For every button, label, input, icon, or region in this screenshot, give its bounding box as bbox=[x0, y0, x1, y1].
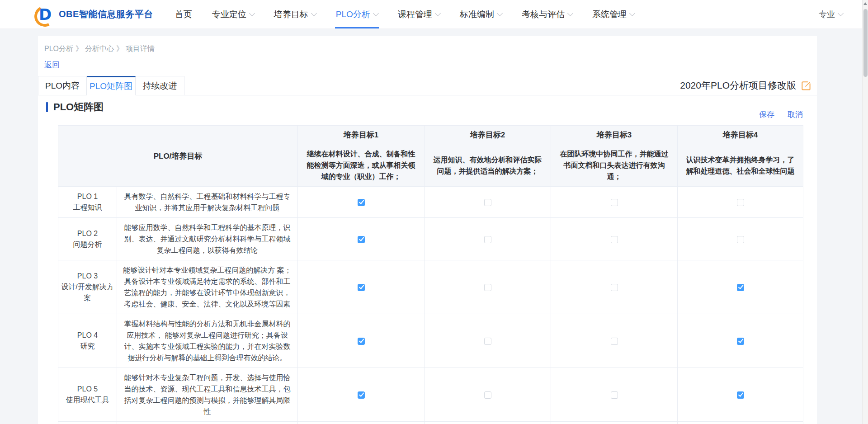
nav-item-home[interactable]: 首页 bbox=[165, 0, 202, 28]
nav-item-plo-analysis[interactable]: PLO分析 bbox=[326, 0, 388, 28]
matrix-cell bbox=[551, 422, 678, 424]
nav-item-training-goals[interactable]: 培养目标 bbox=[264, 0, 326, 28]
navbar: D OBE智能信息服务平台 首页专业定位培养目标PLO分析课程管理标准编制考核与… bbox=[0, 0, 868, 29]
matrix-checkbox[interactable] bbox=[737, 338, 744, 345]
nav-item-label: 首页 bbox=[175, 9, 192, 20]
matrix-checkbox[interactable] bbox=[484, 391, 491, 399]
matrix-checkbox[interactable] bbox=[611, 338, 618, 345]
matrix-cell bbox=[551, 260, 678, 314]
matrix-cell bbox=[298, 314, 425, 368]
matrix-checkbox[interactable] bbox=[611, 236, 618, 243]
chevron-down-icon bbox=[567, 10, 573, 16]
chevron-down-icon bbox=[435, 10, 441, 16]
plo-label: PLO 2问题分析 bbox=[58, 218, 117, 260]
matrix-cell bbox=[425, 314, 551, 368]
profile-menu[interactable]: 专业 bbox=[819, 9, 868, 20]
matrix-cell bbox=[551, 368, 678, 422]
matrix-actions: 保存 取消 bbox=[759, 109, 803, 120]
matrix-checkbox[interactable] bbox=[611, 199, 618, 206]
divider bbox=[781, 111, 781, 118]
edit-icon[interactable] bbox=[801, 80, 811, 91]
matrix-checkbox[interactable] bbox=[484, 199, 491, 206]
matrix-cell bbox=[298, 218, 425, 260]
plo-name: 工程知识 bbox=[60, 202, 115, 213]
tab-bar: PLO内容PLO矩阵图持续改进 2020年PLO分析项目修改版 bbox=[38, 76, 817, 95]
goal-description-2: 运用知识、有效地分析和评估实际问题，并提供适当的解决方案； bbox=[425, 144, 551, 187]
nav-menu: 首页专业定位培养目标PLO分析课程管理标准编制考核与评估系统管理 bbox=[165, 0, 644, 28]
project-title-area: 2020年PLO分析项目修改版 bbox=[680, 76, 817, 95]
chevron-down-icon bbox=[249, 10, 255, 16]
matrix-cell bbox=[678, 260, 803, 314]
nav-item-course-management[interactable]: 课程管理 bbox=[388, 0, 450, 28]
section-title: PLO矩阵图 bbox=[53, 100, 104, 114]
matrix-cell bbox=[551, 314, 678, 368]
matrix-checkbox[interactable] bbox=[484, 236, 491, 243]
tabs: PLO内容PLO矩阵图持续改进 bbox=[38, 76, 184, 95]
matrix-checkbox[interactable] bbox=[358, 284, 365, 291]
matrix-checkbox[interactable] bbox=[737, 284, 744, 291]
breadcrumb-item[interactable]: 分析中心 bbox=[85, 45, 114, 52]
save-button[interactable]: 保存 bbox=[759, 109, 774, 120]
project-title: 2020年PLO分析项目修改版 bbox=[680, 79, 796, 92]
nav-item-label: 考核与评估 bbox=[522, 9, 565, 20]
matrix-checkbox[interactable] bbox=[737, 236, 744, 243]
matrix-head: PLO/培养目标培养目标1培养目标2培养目标3培养目标4继续在材料设计、合成、制… bbox=[58, 126, 803, 187]
matrix-checkbox[interactable] bbox=[358, 338, 365, 345]
nav-item-label: 标准编制 bbox=[460, 9, 494, 20]
section-header: PLO矩阵图 bbox=[46, 100, 104, 114]
scroll-up-arrow[interactable] bbox=[863, 0, 868, 7]
nav-item-label: 专业定位 bbox=[212, 9, 246, 20]
nav-item-standard-compilation[interactable]: 标准编制 bbox=[450, 0, 512, 28]
plo-label: PLO 6职业规范 bbox=[58, 422, 117, 424]
breadcrumb-item: 项目详情 bbox=[126, 45, 155, 52]
scrollbar-thumb[interactable] bbox=[863, 9, 868, 77]
matrix-cell bbox=[425, 368, 551, 422]
matrix-cell bbox=[678, 187, 803, 218]
table-row: PLO 6职业规范具有人文社会科学素养、社会责任感，能够在工程实践中理解并遵守工… bbox=[58, 422, 803, 424]
tab-plo-content[interactable]: PLO内容 bbox=[38, 76, 87, 95]
matrix-checkbox[interactable] bbox=[358, 236, 365, 243]
matrix-checkbox[interactable] bbox=[358, 199, 365, 206]
matrix-checkbox[interactable] bbox=[611, 284, 618, 291]
matrix-cell bbox=[425, 187, 551, 218]
chevron-down-icon bbox=[838, 10, 844, 16]
goal-header-2: 培养目标2 bbox=[425, 126, 551, 144]
matrix-body: PLO 1工程知识具有数学、自然科学、工程基础和材料科学与工程专业知识，并将其应… bbox=[58, 187, 803, 424]
table-row: PLO 5使用现代工具能够针对本专业复杂工程问题，开发、选择与使用恰当的技术、资… bbox=[58, 368, 803, 422]
goal-header-4: 培养目标4 bbox=[678, 126, 803, 144]
matrix-checkbox[interactable] bbox=[737, 199, 744, 206]
plo-description: 掌握材料结构与性能的分析方法和无机非金属材料的应用技术， 能够对复杂工程问题进行… bbox=[117, 314, 298, 368]
nav-item-label: 课程管理 bbox=[398, 9, 432, 20]
plo-name: 问题分析 bbox=[60, 239, 115, 250]
cancel-button[interactable]: 取消 bbox=[788, 109, 803, 120]
brand: D OBE智能信息服务平台 bbox=[0, 5, 153, 24]
matrix-checkbox[interactable] bbox=[737, 391, 744, 399]
plo-label: PLO 1工程知识 bbox=[58, 187, 117, 218]
plo-description: 能够针对本专业复杂工程问题，开发、选择与使用恰当的技术、资源、现代工程工具和信息… bbox=[117, 368, 298, 422]
matrix-cell bbox=[298, 368, 425, 422]
matrix-cell bbox=[298, 422, 425, 424]
matrix-checkbox[interactable] bbox=[358, 391, 365, 399]
tab-plo-matrix[interactable]: PLO矩阵图 bbox=[87, 76, 136, 95]
plo-code: PLO 5 bbox=[60, 384, 115, 395]
scrollbar[interactable] bbox=[862, 0, 868, 424]
corner-header: PLO/培养目标 bbox=[58, 126, 298, 187]
back-link[interactable]: 返回 bbox=[44, 60, 60, 70]
matrix-checkbox[interactable] bbox=[611, 391, 618, 399]
plo-code: PLO 1 bbox=[60, 191, 115, 202]
matrix-checkbox[interactable] bbox=[484, 284, 491, 291]
chevron-down-icon bbox=[373, 10, 379, 16]
plo-description: 能够应用数学、自然科学和工程科学的基本原理，识别、表达、并通过文献研究分析材料科… bbox=[117, 218, 298, 260]
tab-continuous-improvement[interactable]: 持续改进 bbox=[136, 76, 184, 95]
plo-code: PLO 4 bbox=[60, 330, 115, 341]
matrix-checkbox[interactable] bbox=[484, 338, 491, 345]
nav-item-system-management[interactable]: 系统管理 bbox=[582, 0, 644, 28]
matrix-cell bbox=[551, 187, 678, 218]
goal-description-3: 在团队环境中协同工作，并能通过书面文档和口头表达进行有效沟通； bbox=[551, 144, 678, 187]
logo-icon: D bbox=[34, 5, 54, 24]
nav-item-assessment-evaluation[interactable]: 考核与评估 bbox=[512, 0, 582, 28]
nav-item-major-position[interactable]: 专业定位 bbox=[202, 0, 264, 28]
breadcrumb-item[interactable]: PLO分析 bbox=[44, 45, 73, 52]
plo-name: 使用现代工具 bbox=[60, 395, 115, 405]
table-row: PLO 1工程知识具有数学、自然科学、工程基础和材料科学与工程专业知识，并将其应… bbox=[58, 187, 803, 218]
